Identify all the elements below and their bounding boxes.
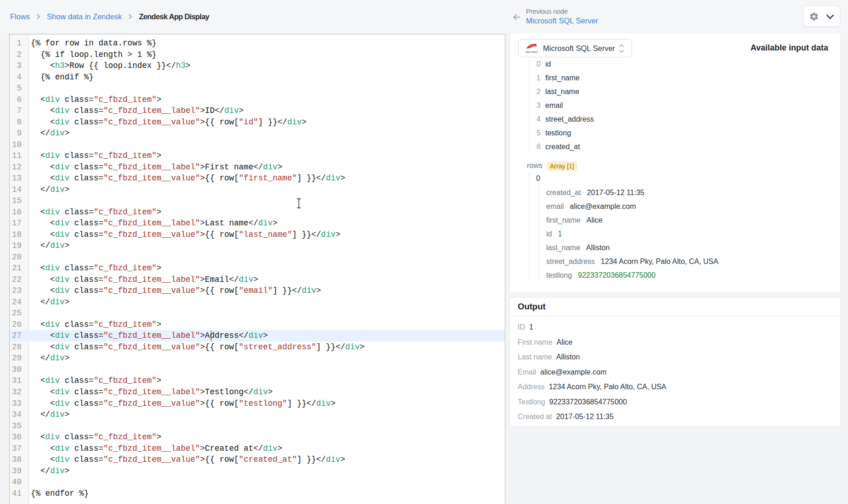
svg-text:SQL Server: SQL Server <box>526 50 538 53</box>
